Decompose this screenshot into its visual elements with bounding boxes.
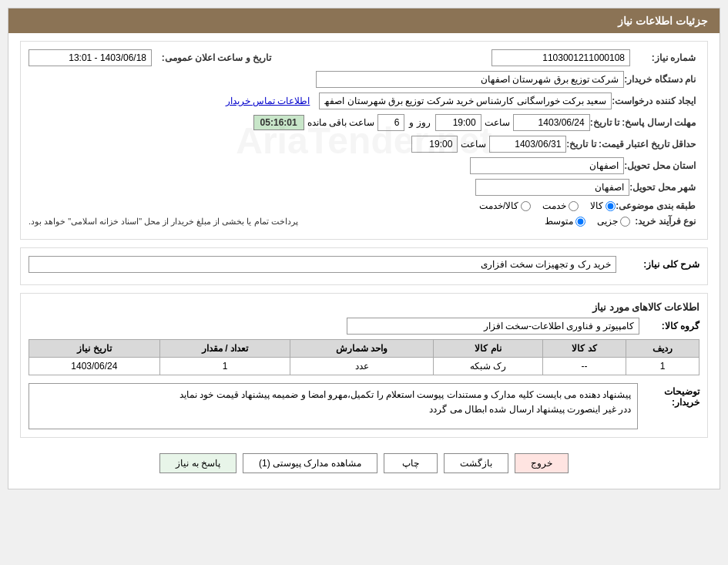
buyer-notes-line1: پیشنهاد دهنده می بایست کلیه مدارک و مستن… xyxy=(179,389,631,400)
deadline-remaining-label: ساعت باقی مانده xyxy=(307,117,375,128)
bottom-buttons: پاسخ به نیاز مشاهده مدارک پیوستی (1) چاپ… xyxy=(20,446,708,481)
row-requester: ایجاد کننده درخواست: اطلاعات تماس خریدار xyxy=(29,92,699,109)
requester-label: ایجاد کننده درخواست: xyxy=(612,96,699,106)
goods-section-title: اطلاعات کالاهای مورد نیاز xyxy=(29,301,699,313)
deadline-label: مهلت ارسال پاسخ: تا تاریخ: xyxy=(590,117,699,128)
radio-khadamat: خدمت xyxy=(542,200,579,211)
city-input[interactable] xyxy=(475,179,629,196)
print-button[interactable]: چاپ xyxy=(384,453,438,473)
goods-table: ردیف کد کالا نام کالا واحد شمارش تعداد /… xyxy=(29,339,699,375)
col-header-date: تاریخ نیاز xyxy=(29,340,160,358)
radio-jozei-input[interactable] xyxy=(620,217,630,227)
panel-title: جزئیات اطلاعات نیاز xyxy=(618,15,708,27)
form-section: AriaTender.net شماره نیاز: تاریخ و ساعت … xyxy=(20,41,708,240)
main-panel: جزئیات اطلاعات نیاز AriaTender.net شماره… xyxy=(8,8,720,489)
goods-section: اطلاعات کالاهای مورد نیاز گروه کالا: ردی… xyxy=(20,293,708,438)
payment-note: پرداخت تمام یا بخشی از مبلغ خریدار از مح… xyxy=(29,217,298,227)
row-city: شهر محل تحویل: xyxy=(29,179,699,196)
goods-group-input[interactable] xyxy=(347,318,639,335)
need-number-label: شماره نیاز: xyxy=(630,52,699,63)
page-container: جزئیات اطلاعات نیاز AriaTender.net شماره… xyxy=(0,0,728,565)
requester-input[interactable] xyxy=(319,92,612,109)
validity-label: حداقل تاریخ اعتبار قیمت: تا تاریخ: xyxy=(566,139,699,150)
cell-date: 1403/06/24 xyxy=(29,358,160,375)
buyer-name-label: نام دستگاه خریدار: xyxy=(624,74,699,85)
reply-button[interactable]: پاسخ به نیاز xyxy=(159,453,237,473)
deadline-time-input[interactable] xyxy=(435,114,481,131)
validity-date-input[interactable] xyxy=(489,136,566,153)
radio-kala: کالا xyxy=(590,200,616,211)
deadline-time-label: ساعت xyxy=(485,117,510,128)
row-validity: حداقل تاریخ اعتبار قیمت: تا تاریخ: ساعت xyxy=(29,136,699,153)
cell-code: -- xyxy=(542,358,626,375)
exit-button[interactable]: خروج xyxy=(515,453,569,473)
radio-kala-khadamat-label: کالا/خدمت xyxy=(479,200,518,211)
buyer-notes-container: توضیحات خریدار: پیشنهاد دهنده می بایست ک… xyxy=(29,383,699,429)
col-header-name: نام کالا xyxy=(434,340,543,358)
province-input[interactable] xyxy=(470,157,624,174)
radio-kala-input[interactable] xyxy=(606,201,616,211)
radio-motavasset-input[interactable] xyxy=(575,217,585,227)
validity-time-input[interactable] xyxy=(411,136,458,153)
cell-name: رک شبکه xyxy=(434,358,543,375)
radio-khadamat-label: خدمت xyxy=(542,200,566,211)
radio-kala-khadamat-input[interactable] xyxy=(521,201,531,211)
col-header-unit: واحد شمارش xyxy=(290,340,434,358)
radio-motavasset-label: متوسط xyxy=(545,216,573,227)
radio-jozei-label: جزیی xyxy=(597,216,618,227)
description-section: شرح کلی نیاز: xyxy=(20,247,708,285)
cell-row: 1 xyxy=(626,358,699,375)
radio-khadamat-input[interactable] xyxy=(569,201,579,211)
cell-unit: عدد xyxy=(290,358,434,375)
description-label: شرح کلی نیاز: xyxy=(622,259,699,270)
announcement-input[interactable] xyxy=(29,49,152,66)
panel-body: AriaTender.net شماره نیاز: تاریخ و ساعت … xyxy=(8,33,720,489)
purchase-type-label: نوع فرآیند خرید: xyxy=(630,216,699,227)
back-button[interactable]: بازگشت xyxy=(444,453,508,473)
col-header-qty: تعداد / مقدار xyxy=(159,340,290,358)
radio-kala-khadamat: کالا/خدمت xyxy=(479,200,531,211)
radio-jozei: جزیی xyxy=(597,216,630,227)
purchase-type-radio-group: جزیی متوسط xyxy=(545,216,630,227)
table-row: 1 -- رک شبکه عدد 1 1403/06/24 xyxy=(29,358,699,375)
deadline-days-input[interactable] xyxy=(377,114,404,131)
row-category: طبقه بندی موضوعی: کالا خدمت کالا/خدمت xyxy=(29,200,699,211)
category-label: طبقه بندی موضوعی: xyxy=(616,200,699,211)
row-purchase-type: نوع فرآیند خرید: جزیی متوسط پرداخت تمام … xyxy=(29,216,699,227)
goods-group-row: گروه کالا: xyxy=(29,318,699,335)
row-need-number: شماره نیاز: تاریخ و ساعت اعلان عمومی: xyxy=(29,49,699,66)
row-province: استان محل تحویل: xyxy=(29,157,699,174)
row-deadline: مهلت ارسال پاسخ: تا تاریخ: ساعت روز و سا… xyxy=(29,114,699,131)
deadline-timer: 05:16:01 xyxy=(253,115,304,130)
contact-link[interactable]: اطلاعات تماس خریدار xyxy=(226,96,310,106)
buyer-notes-box: پیشنهاد دهنده می بایست کلیه مدارک و مستن… xyxy=(29,383,638,429)
buyer-notes-line2: ددر غیر اینصورت پیشنهاد ارسال شده ابطال … xyxy=(429,404,631,415)
row-buyer-name: نام دستگاه خریدار: xyxy=(29,71,699,88)
description-input[interactable] xyxy=(29,256,616,273)
goods-group-label: گروه کالا: xyxy=(646,321,699,331)
panel-header: جزئیات اطلاعات نیاز xyxy=(8,8,720,33)
validity-time-label: ساعت xyxy=(461,139,486,150)
buyer-name-input[interactable] xyxy=(316,71,624,88)
description-row: شرح کلی نیاز: xyxy=(29,256,699,273)
col-header-row: ردیف xyxy=(626,340,699,358)
need-number-input[interactable] xyxy=(491,49,630,66)
radio-motavasset: متوسط xyxy=(545,216,585,227)
province-label: استان محل تحویل: xyxy=(624,160,699,171)
radio-kala-label: کالا xyxy=(590,200,603,211)
cell-qty: 1 xyxy=(159,358,290,375)
view-docs-button[interactable]: مشاهده مدارک پیوستی (1) xyxy=(243,453,377,473)
deadline-days-label: روز و xyxy=(409,117,430,128)
col-header-code: کد کالا xyxy=(542,340,626,358)
city-label: شهر محل تحویل: xyxy=(629,182,699,193)
announcement-label: تاریخ و ساعت اعلان عمومی: xyxy=(152,52,275,63)
category-radio-group: کالا خدمت کالا/خدمت xyxy=(479,200,616,211)
deadline-date-input[interactable] xyxy=(513,114,590,131)
buyer-notes-label: توضیحات خریدار: xyxy=(638,383,699,408)
